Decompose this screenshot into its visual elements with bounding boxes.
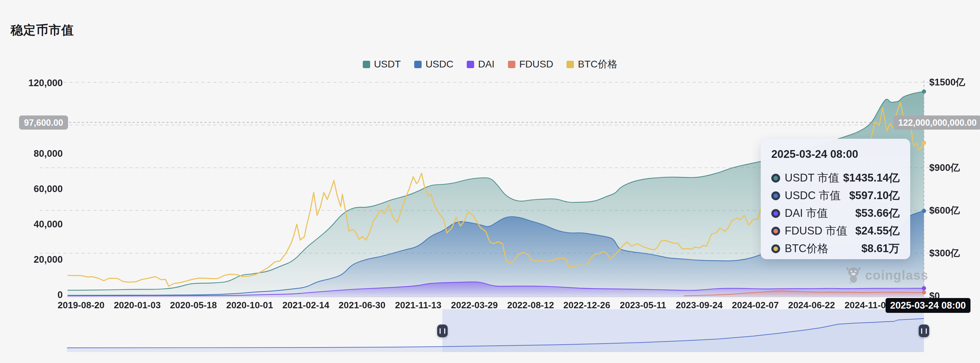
right-axis-tick: $600亿 xyxy=(929,204,960,217)
tooltip-row: USDC 市值 $597.10亿 xyxy=(771,187,900,205)
x-axis-tick: 2020-10-01 xyxy=(226,300,273,311)
left-axis-tick: 20,000 xyxy=(0,254,63,265)
x-axis-tick: 2024-11-05 xyxy=(845,300,891,311)
navigator-right-handle[interactable] xyxy=(919,325,929,337)
left-axis-crosshair-badge: 97,600.00 xyxy=(19,115,68,130)
tooltip-series-label: DAI 市值 xyxy=(785,206,855,221)
tooltip-series-value: $597.10亿 xyxy=(849,188,900,203)
x-axis-tick: 2023-09-24 xyxy=(676,300,723,311)
series-marker-icon xyxy=(771,174,780,182)
x-axis-tick: 2021-02-14 xyxy=(282,300,329,311)
tooltip-series-label: USDT 市值 xyxy=(785,171,843,185)
tooltip-series-value: $24.55亿 xyxy=(855,224,900,238)
x-axis-tick: 2022-08-12 xyxy=(507,300,554,311)
x-axis-tick: 2024-06-22 xyxy=(788,300,835,311)
x-axis-tick: 2020-05-18 xyxy=(170,300,217,311)
x-axis-tick: 2024-02-07 xyxy=(732,300,779,311)
x-axis-tick: 2022-12-26 xyxy=(563,300,610,311)
series-marker-icon xyxy=(771,245,780,253)
stablecoin-marketcap-page: 稳定币市值 USDTUSDCDAIFDUSDBTC价格 120,00080,00… xyxy=(0,0,980,363)
watermark: coinglass xyxy=(845,265,929,285)
tooltip-series-label: USDC 市值 xyxy=(785,188,849,203)
tooltip-row: BTC价格 $8.61万 xyxy=(771,240,900,257)
tooltip-row: DAI 市值 $53.66亿 xyxy=(771,205,900,222)
right-axis-crosshair-badge: 122,000,000,000.00 xyxy=(893,115,980,130)
tooltip-series-value: $1435.14亿 xyxy=(843,171,900,185)
x-axis-tick: 2020-01-03 xyxy=(114,300,161,311)
tooltip-row: FDUSD 市值 $24.55亿 xyxy=(771,222,900,240)
left-axis-tick: 80,000 xyxy=(0,148,63,159)
right-axis-tick: $300亿 xyxy=(929,247,960,259)
tooltip-series-value: $53.66亿 xyxy=(855,206,900,221)
left-axis-tick: 40,000 xyxy=(0,219,63,230)
watermark-text: coinglass xyxy=(865,268,929,283)
x-axis-tick: 2019-08-20 xyxy=(58,300,105,311)
x-axis-tick: 2022-03-29 xyxy=(451,300,498,311)
series-marker-icon xyxy=(771,227,780,235)
tooltip-row: USDT 市值 $1435.14亿 xyxy=(771,169,900,187)
tooltip-rows: USDT 市值 $1435.14亿 USDC 市值 $597.10亿 DAI 市… xyxy=(771,169,900,257)
left-axis-tick: 120,000 xyxy=(0,78,63,89)
tooltip-series-value: $8.61万 xyxy=(861,241,900,256)
navigator-left-handle[interactable] xyxy=(437,325,448,337)
left-axis-tick: 60,000 xyxy=(0,184,63,195)
pause-bars-icon xyxy=(439,328,445,334)
tooltip-series-label: FDUSD 市值 xyxy=(785,224,855,238)
chart-tooltip: 2025-03-24 08:00 USDT 市值 $1435.14亿 USDC … xyxy=(761,139,910,259)
x-axis-tick: 2021-06-30 xyxy=(339,300,386,311)
series-marker-icon xyxy=(771,209,780,218)
x-axis-crosshair-badge: 2025-03-24 08:00 xyxy=(886,298,970,313)
left-axis-tick: 0 xyxy=(0,289,63,301)
tooltip-series-label: BTC价格 xyxy=(785,241,861,256)
x-axis-tick: 2023-05-11 xyxy=(620,300,666,311)
tooltip-date: 2025-03-24 08:00 xyxy=(771,148,900,161)
right-axis-tick: $900亿 xyxy=(929,162,960,174)
right-axis-tick: $1500亿 xyxy=(929,76,965,89)
series-marker-icon xyxy=(771,191,780,200)
pause-bars-icon xyxy=(921,328,927,334)
coinglass-bull-icon xyxy=(845,265,862,285)
x-axis-tick: 2021-11-13 xyxy=(395,300,442,311)
